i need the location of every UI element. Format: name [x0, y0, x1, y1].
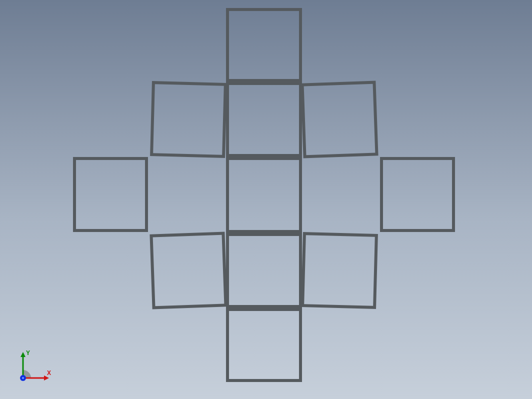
square-row2-right[interactable]: [300, 80, 378, 158]
square-bottom[interactable]: [226, 308, 302, 382]
square-row3-left-gap[interactable]: [152, 158, 227, 233]
square-row3-right-gap[interactable]: [302, 158, 377, 233]
square-top[interactable]: [226, 8, 302, 82]
z-axis-dot-highlight: [22, 377, 24, 379]
x-axis-label: X: [47, 370, 51, 376]
orientation-triad[interactable]: X Y: [16, 345, 56, 385]
square-row3-far-left[interactable]: [73, 157, 148, 232]
square-row3-far-right[interactable]: [380, 157, 455, 232]
square-row2-center[interactable]: [226, 82, 302, 157]
square-row3-center[interactable]: [226, 157, 302, 233]
square-row4-center[interactable]: [226, 233, 302, 308]
square-row4-left[interactable]: [150, 232, 227, 309]
y-axis-arrow: [20, 352, 26, 357]
y-axis-label: Y: [26, 350, 30, 356]
square-row2-left[interactable]: [150, 81, 227, 158]
triad-svg: X Y: [16, 345, 56, 385]
cad-viewport[interactable]: X Y: [0, 0, 532, 399]
model-canvas[interactable]: [0, 0, 532, 399]
square-row4-right[interactable]: [301, 232, 378, 309]
